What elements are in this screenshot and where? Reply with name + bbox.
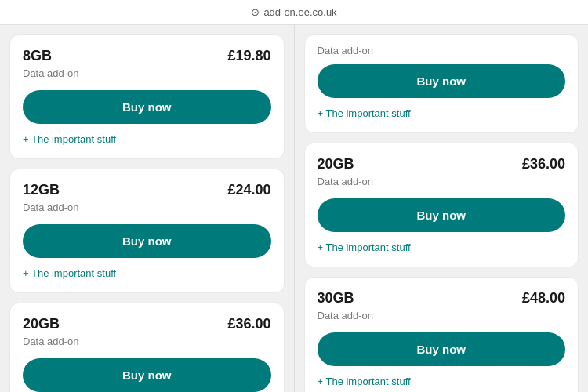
top-bar: ⊙ add-on.ee.co.uk [0, 0, 588, 25]
important-link-12gb[interactable]: + The important stuff [23, 267, 116, 279]
buy-button-12gb[interactable]: Buy now [23, 224, 271, 258]
buy-button-8gb[interactable]: Buy now [23, 90, 271, 124]
buy-button-20gb-right[interactable]: Buy now [318, 198, 566, 232]
important-link-top-partial[interactable]: + The important stuff [318, 107, 411, 119]
main-content: 8GB £19.80 Data add-on Buy now + The imp… [0, 25, 588, 392]
important-link-8gb[interactable]: + The important stuff [23, 133, 116, 145]
plan-type-30gb: Data add-on [318, 310, 566, 321]
plan-type-20gb-left: Data add-on [23, 336, 271, 347]
plan-card-20gb-left: 20GB £36.00 Data add-on Buy now + The im… [9, 303, 285, 392]
url-label: add-on.ee.co.uk [263, 6, 336, 18]
plan-header-8gb: 8GB £19.80 [23, 48, 271, 64]
top-partial-card: Data add-on Buy now + The important stuf… [304, 34, 579, 133]
plan-card-20gb-right: 20GB £36.00 Data add-on Buy now + The im… [304, 143, 579, 267]
left-column: 8GB £19.80 Data add-on Buy now + The imp… [0, 25, 294, 392]
plan-header-20gb-left: 20GB £36.00 [23, 316, 271, 332]
plan-header-12gb: 12GB £24.00 [23, 182, 271, 198]
plan-header-30gb: 30GB £48.00 [318, 290, 566, 307]
buy-button-top-partial[interactable]: Buy now [318, 64, 566, 98]
right-column: Data add-on Buy now + The important stuf… [295, 25, 589, 392]
globe-icon: ⊙ [251, 6, 260, 18]
top-partial-type: Data add-on [305, 35, 579, 56]
plan-header-20gb-right: 20GB £36.00 [318, 156, 566, 172]
important-link-30gb[interactable]: + The important stuff [318, 376, 411, 387]
plan-type-20gb-right: Data add-on [318, 176, 566, 187]
plan-size-20gb-right: 20GB [318, 156, 354, 172]
plan-card-8gb: 8GB £19.80 Data add-on Buy now + The imp… [9, 34, 285, 159]
plan-type-12gb: Data add-on [23, 201, 271, 213]
plan-card-12gb: 12GB £24.00 Data add-on Buy now + The im… [9, 169, 285, 293]
plan-price-20gb-left: £36.00 [227, 316, 270, 332]
plan-size-12gb: 12GB [23, 182, 60, 198]
plan-price-20gb-right: £36.00 [522, 156, 565, 172]
plan-price-12gb: £24.00 [227, 182, 270, 198]
buy-button-20gb-left[interactable]: Buy now [23, 358, 271, 392]
plan-card-30gb: 30GB £48.00 Data add-on Buy now + The im… [304, 277, 579, 392]
plan-size-8gb: 8GB [23, 48, 52, 64]
plan-price-30gb: £48.00 [522, 290, 565, 307]
plan-price-8gb: £19.80 [227, 48, 270, 64]
plan-size-30gb: 30GB [318, 290, 354, 307]
plan-size-20gb-left: 20GB [23, 316, 60, 332]
plan-type-8gb: Data add-on [23, 67, 271, 79]
buy-button-30gb[interactable]: Buy now [318, 332, 566, 366]
important-link-20gb-right[interactable]: + The important stuff [318, 241, 411, 253]
